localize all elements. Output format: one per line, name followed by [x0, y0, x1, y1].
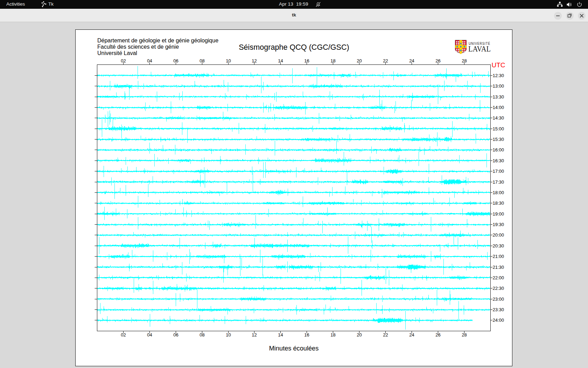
- svg-text:23:00: 23:00: [493, 297, 504, 302]
- svg-text:16:30: 16:30: [493, 158, 504, 163]
- svg-text:21:30: 21:30: [493, 265, 504, 270]
- svg-text:24:00: 24:00: [493, 318, 504, 323]
- svg-text:16:00: 16:00: [493, 147, 504, 152]
- svg-text:22: 22: [383, 332, 388, 338]
- svg-text:02: 02: [121, 58, 126, 63]
- svg-text:12: 12: [252, 58, 257, 63]
- svg-text:10: 10: [226, 332, 231, 338]
- svg-text:04: 04: [147, 58, 152, 63]
- svg-text:17:30: 17:30: [493, 179, 504, 185]
- svg-text:18:00: 18:00: [493, 190, 504, 195]
- svg-text:08: 08: [200, 58, 204, 63]
- svg-text:18: 18: [330, 58, 335, 63]
- svg-text:28: 28: [462, 332, 467, 338]
- svg-text:14:00: 14:00: [493, 105, 504, 110]
- svg-text:24: 24: [409, 332, 414, 338]
- svg-text:17:00: 17:00: [493, 169, 504, 174]
- svg-text:14:30: 14:30: [493, 115, 504, 121]
- svg-text:12: 12: [252, 332, 257, 338]
- svg-text:22: 22: [383, 58, 388, 63]
- svg-text:26: 26: [435, 332, 440, 338]
- svg-text:Université Laval: Université Laval: [97, 50, 137, 56]
- svg-text:Faculté des sciences et de gén: Faculté des sciences et de génie: [97, 44, 179, 50]
- svg-text:24: 24: [409, 58, 414, 63]
- svg-text:16: 16: [304, 332, 309, 338]
- svg-text:22:30: 22:30: [493, 286, 504, 291]
- svg-text:13:30: 13:30: [493, 94, 504, 100]
- svg-text:06: 06: [173, 332, 178, 338]
- svg-text:12:30: 12:30: [493, 73, 504, 78]
- svg-text:16: 16: [304, 58, 309, 63]
- svg-text:19:30: 19:30: [493, 222, 504, 227]
- svg-text:08: 08: [200, 332, 204, 338]
- svg-text:15:30: 15:30: [493, 137, 504, 142]
- svg-text:20: 20: [357, 332, 362, 338]
- svg-text:20:30: 20:30: [493, 243, 504, 248]
- svg-text:13:00: 13:00: [493, 83, 504, 89]
- svg-text:Minutes écoulées: Minutes écoulées: [269, 345, 319, 352]
- svg-text:18:30: 18:30: [493, 200, 504, 206]
- svg-text:18: 18: [330, 332, 335, 338]
- svg-text:22:00: 22:00: [493, 275, 504, 280]
- svg-text:23:30: 23:30: [493, 307, 504, 312]
- svg-text:19:00: 19:00: [493, 211, 504, 217]
- svg-text:21:00: 21:00: [493, 254, 504, 259]
- svg-text:Séismographe QCQ (CGC/GSC): Séismographe QCQ (CGC/GSC): [239, 43, 349, 52]
- svg-text:LAVAL: LAVAL: [468, 44, 491, 53]
- svg-text:02: 02: [121, 332, 126, 338]
- svg-text:15:00: 15:00: [493, 126, 504, 131]
- svg-text:28: 28: [462, 58, 467, 63]
- svg-text:Département de géologie et de: Département de géologie et de génie géol…: [97, 38, 218, 43]
- svg-text:26: 26: [435, 58, 440, 63]
- svg-text:14: 14: [278, 332, 283, 338]
- svg-text:20:00: 20:00: [493, 232, 504, 238]
- svg-text:04: 04: [147, 332, 152, 338]
- svg-text:20: 20: [357, 58, 362, 63]
- svg-text:14: 14: [278, 58, 283, 63]
- svg-text:10: 10: [226, 58, 231, 63]
- svg-text:06: 06: [173, 58, 178, 63]
- svg-text:UTC: UTC: [492, 61, 505, 69]
